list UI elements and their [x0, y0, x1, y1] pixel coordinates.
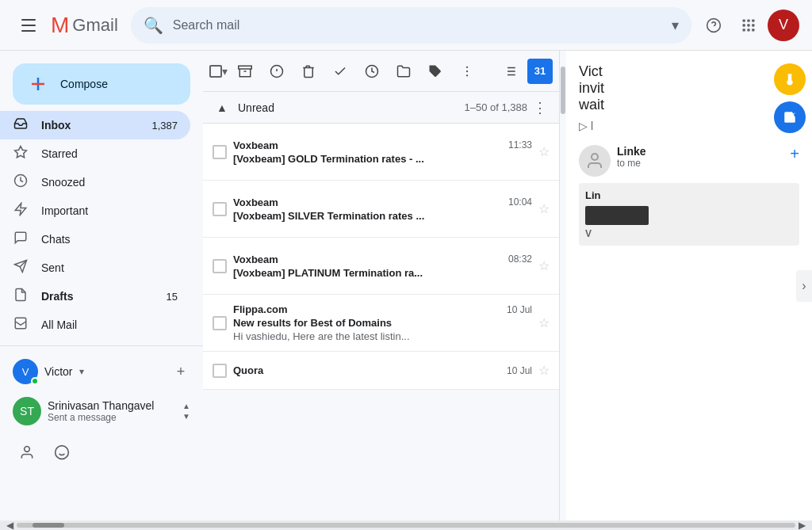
- density-button[interactable]: [496, 57, 524, 86]
- svg-point-21: [56, 446, 69, 459]
- sidebar-item-starred[interactable]: Starred: [0, 139, 190, 168]
- user-account-row[interactable]: V Victor ▾ +: [0, 353, 203, 391]
- svg-rect-10: [752, 29, 754, 31]
- email-checkbox-1[interactable]: [213, 145, 227, 159]
- email-row[interactable]: Voxbeam 10:04 [Voxbeam] SILVER Terminati…: [203, 181, 559, 238]
- scroll-left-arrow[interactable]: ◀: [3, 520, 17, 530]
- preview-expand-button[interactable]: ›: [796, 270, 812, 302]
- star-button-5[interactable]: ☆: [538, 363, 550, 378]
- email-subject-4: New results for Best of Domains: [233, 317, 532, 329]
- collapse-section-button[interactable]: ▲: [209, 95, 235, 120]
- vertical-scrollbar[interactable]: [560, 51, 566, 520]
- compose-plus-icon: [25, 71, 51, 97]
- star-button-2[interactable]: ☆: [538, 201, 550, 216]
- drafts-label: Drafts: [41, 290, 154, 303]
- scrollbar-thumb[interactable]: [561, 67, 565, 114]
- delete-button[interactable]: [294, 57, 323, 86]
- chat-user-row[interactable]: ST Srinivasan Thangavel Sent a message ▲…: [0, 391, 203, 432]
- snooze-button[interactable]: [358, 57, 386, 86]
- sidebar-item-drafts[interactable]: Drafts 15: [0, 282, 190, 311]
- email-toolbar: ▾: [203, 51, 559, 92]
- help-button[interactable]: [698, 10, 730, 41]
- svg-rect-4: [752, 19, 754, 21]
- email-checkbox-2[interactable]: [213, 202, 227, 216]
- search-icon: 🔍: [144, 16, 163, 35]
- preview-line2: invit: [579, 80, 604, 96]
- sidebar-item-snoozed[interactable]: Snoozed: [0, 168, 190, 196]
- star-button-1[interactable]: ☆: [538, 144, 550, 159]
- email-items: Voxbeam 11:33 [Voxbeam] GOLD Termination…: [203, 124, 559, 520]
- chat-nav-down[interactable]: ▼: [182, 412, 190, 421]
- sidebar-item-sent[interactable]: Sent: [0, 254, 190, 282]
- sidebar-item-chats[interactable]: Chats: [0, 225, 190, 254]
- select-all-checkbox[interactable]: [209, 65, 222, 78]
- email-sender-3: Voxbeam: [233, 254, 278, 265]
- gmail-logo: M Gmail: [51, 13, 118, 38]
- email-time-5: 10 Jul: [507, 365, 532, 376]
- email-subject-1: [Voxbeam] GOLD Termination rates - ...: [233, 153, 532, 165]
- chat-nav-arrows[interactable]: ▲ ▼: [182, 402, 190, 421]
- email-row[interactable]: Flippa.com 10 Jul New results for Best o…: [203, 295, 559, 352]
- svg-marker-16: [15, 203, 26, 215]
- user-name: Victor: [44, 365, 73, 378]
- keep-widget-button[interactable]: [774, 63, 806, 95]
- apps-button[interactable]: [733, 10, 764, 41]
- email-sender-4: Flippa.com: [233, 303, 288, 315]
- star-button-3[interactable]: ☆: [538, 258, 550, 273]
- contacts-icon-btn[interactable]: [13, 438, 41, 467]
- email-time-3: 08:32: [508, 254, 532, 265]
- scroll-right-arrow[interactable]: ▶: [795, 520, 809, 530]
- svg-point-20: [25, 447, 30, 452]
- svg-point-32: [466, 74, 468, 76]
- horizontal-scrollbar-thumb[interactable]: [33, 523, 64, 528]
- email-meta-5: Quora 10 Jul: [233, 364, 532, 376]
- archive-button[interactable]: [231, 57, 259, 86]
- email-checkbox-4[interactable]: [213, 316, 227, 330]
- user-avatar[interactable]: V: [768, 10, 799, 41]
- sent-icon: [13, 259, 29, 277]
- compose-button[interactable]: Compose: [13, 63, 190, 105]
- sidebar-item-all-mail[interactable]: All Mail: [0, 311, 190, 339]
- header-right: V: [698, 10, 799, 41]
- calendar-button[interactable]: 31: [527, 59, 553, 84]
- svg-rect-9: [747, 29, 749, 31]
- mark-read-button[interactable]: [326, 57, 354, 86]
- select-all-wrapper[interactable]: ▾: [209, 65, 228, 78]
- preview-line3: wait: [579, 97, 604, 112]
- email-subject-2: [Voxbeam] SILVER Termination rates ...: [233, 210, 532, 222]
- star-button-4[interactable]: ☆: [538, 315, 550, 330]
- online-indicator: [31, 377, 39, 385]
- toolbar-right: 31: [496, 57, 553, 86]
- email-sender-1: Voxbeam: [233, 139, 278, 151]
- tasks-widget-button[interactable]: [774, 101, 806, 133]
- linkedin-card-bar: [585, 206, 649, 225]
- more-button[interactable]: [453, 57, 481, 86]
- svg-marker-14: [15, 146, 27, 157]
- email-row[interactable]: Quora 10 Jul ☆: [203, 352, 559, 390]
- email-time-4: 10 Jul: [507, 304, 532, 315]
- move-to-button[interactable]: [389, 57, 418, 86]
- select-dropdown-arrow[interactable]: ▾: [222, 65, 228, 78]
- sent-label: Sent: [41, 261, 178, 274]
- horizontal-scrollbar-track[interactable]: [17, 523, 795, 528]
- chat-user-avatar: ST: [13, 397, 41, 425]
- sidebar-item-important[interactable]: Important: [0, 196, 190, 225]
- spam-button[interactable]: [262, 57, 291, 86]
- label-button[interactable]: [421, 57, 450, 86]
- bottom-scrollbar[interactable]: ◀ ▶: [0, 520, 812, 530]
- meet-icon-btn[interactable]: [48, 438, 76, 467]
- search-dropdown-icon[interactable]: ▾: [672, 17, 679, 34]
- email-checkbox-3[interactable]: [213, 259, 227, 273]
- email-row[interactable]: Voxbeam 08:32 [Voxbeam] PLATINUM Termina…: [203, 238, 559, 295]
- add-account-button[interactable]: +: [171, 362, 190, 381]
- chat-nav-up[interactable]: ▲: [182, 402, 190, 410]
- email-row[interactable]: Voxbeam 11:33 [Voxbeam] GOLD Termination…: [203, 124, 559, 181]
- search-bar[interactable]: 🔍 Search mail ▾: [131, 7, 691, 44]
- section-more-button[interactable]: ⋮: [527, 95, 553, 120]
- email-checkbox-5[interactable]: [213, 364, 227, 378]
- sidebar-item-inbox[interactable]: Inbox 1,387: [0, 111, 190, 139]
- email-content-1: Voxbeam 11:33 [Voxbeam] GOLD Termination…: [233, 139, 532, 165]
- linkedin-add-button[interactable]: +: [790, 145, 799, 163]
- menu-button[interactable]: [13, 10, 44, 41]
- linkedin-avatar: [579, 145, 611, 177]
